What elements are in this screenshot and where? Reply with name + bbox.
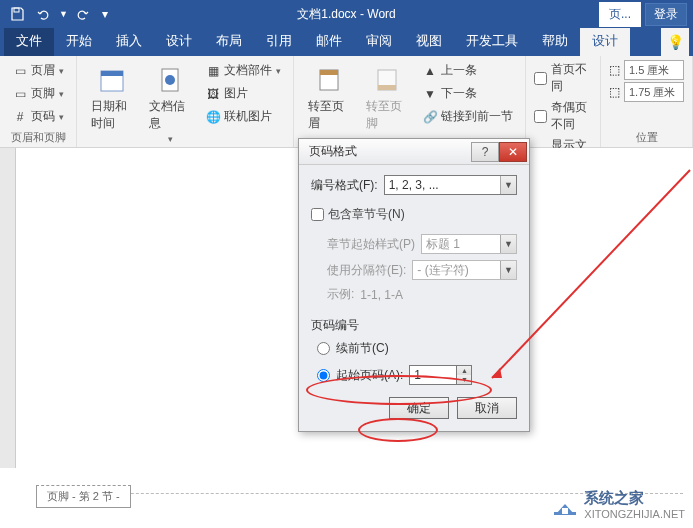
footer-dist-value[interactable]: 1.75 厘米 (624, 82, 684, 102)
docparts-label: 文档部件 (224, 62, 272, 79)
include-chapter-checkbox[interactable]: 包含章节号(N) (311, 205, 517, 224)
goto-header-icon (313, 64, 345, 96)
tab-developer[interactable]: 开发工具 (454, 26, 530, 56)
goto-header-button[interactable]: 转至页眉 (302, 60, 356, 136)
group-insert: 日期和时间 文档信息 ▾ ▦文档部件▾ 🖼图片 🌐联机图片 插入 (77, 56, 294, 147)
footer-distance-spin[interactable]: ⬚1.75 厘米 (609, 82, 684, 102)
cancel-button[interactable]: 取消 (457, 397, 517, 419)
window-titlebar: ▼ ▾ 文档1.docx - Word 页... 登录 (0, 0, 693, 28)
watermark: 系统之家 XITONGZHIJIA.NET (552, 489, 685, 520)
header-button[interactable]: ▭页眉▾ (8, 60, 68, 81)
diff-oddeven-checkbox[interactable]: 奇偶页不同 (534, 98, 592, 134)
tab-mail[interactable]: 邮件 (304, 26, 354, 56)
separator-value: - (连字符) (417, 262, 468, 279)
docparts-icon: ▦ (205, 63, 221, 79)
link-icon: 🔗 (422, 109, 438, 125)
tab-design-main[interactable]: 设计 (154, 26, 204, 56)
header-distance-spin[interactable]: ⬚1.5 厘米 (609, 60, 684, 80)
footer-label: 页脚 (31, 85, 55, 102)
group-title-hf: 页眉和页脚 (8, 128, 68, 145)
number-format-label: 编号格式(F): (311, 177, 378, 194)
prev-section-button[interactable]: ▲上一条 (418, 60, 517, 81)
svg-rect-2 (101, 71, 123, 76)
prev-label: 上一条 (441, 62, 477, 79)
redo-icon[interactable] (72, 3, 94, 25)
diff-first-checkbox[interactable]: 首页不同 (534, 60, 592, 96)
header-label: 页眉 (31, 62, 55, 79)
navigation-pane-collapsed[interactable] (0, 148, 16, 468)
dropdown-arrow-icon: ▼ (500, 176, 516, 194)
online-picture-icon: 🌐 (205, 109, 221, 125)
tab-review[interactable]: 审阅 (354, 26, 404, 56)
spin-up-icon[interactable]: ▲ (457, 366, 471, 375)
save-icon[interactable] (6, 3, 28, 25)
start-at-input[interactable]: 1 ▲▼ (409, 365, 457, 385)
footer-button[interactable]: ▭页脚▾ (8, 83, 68, 104)
footer-icon: ▭ (12, 86, 28, 102)
ok-button[interactable]: 确定 (389, 397, 449, 419)
goto-header-label: 转至页眉 (308, 98, 350, 132)
number-format-dropdown[interactable]: 1, 2, 3, ... ▼ (384, 175, 517, 195)
docinfo-button[interactable]: 文档信息 ▾ (143, 60, 197, 148)
qat-customize-icon[interactable]: ▾ (102, 7, 108, 21)
watermark-logo-icon (552, 494, 578, 516)
svg-rect-6 (320, 70, 338, 75)
continue-radio[interactable]: 续前节(C) (311, 340, 517, 357)
login-button[interactable]: 登录 (645, 3, 687, 26)
watermark-url: XITONGZHIJIA.NET (584, 508, 685, 520)
down-arrow-icon: ▼ (422, 86, 438, 102)
up-arrow-icon: ▲ (422, 63, 438, 79)
tab-references[interactable]: 引用 (254, 26, 304, 56)
pagenum-button[interactable]: #页码▾ (8, 106, 68, 127)
dialog-titlebar: 页码格式 ? ✕ (299, 139, 529, 165)
continue-label: 续前节(C) (336, 340, 389, 357)
link-prev-button[interactable]: 🔗链接到前一节 (418, 106, 517, 127)
example-label: 示例: (327, 286, 354, 303)
spin-buttons[interactable]: ▲▼ (456, 365, 472, 385)
quick-access-toolbar: ▼ ▾ (0, 3, 114, 25)
undo-dropdown-icon[interactable]: ▼ (59, 9, 68, 19)
svg-point-4 (165, 75, 175, 85)
tell-me-icon[interactable]: 💡 (661, 28, 689, 56)
tab-view[interactable]: 视图 (404, 26, 454, 56)
footer-dist-icon: ⬚ (609, 85, 620, 99)
dialog-title: 页码格式 (309, 143, 357, 160)
window-title: 文档1.docx - Word (297, 6, 395, 23)
dialog-help-button[interactable]: ? (471, 142, 499, 162)
datetime-button[interactable]: 日期和时间 (85, 60, 139, 136)
header-dist-value[interactable]: 1.5 厘米 (624, 60, 684, 80)
ribbon-tabs: 文件 开始 插入 设计 布局 引用 邮件 审阅 视图 开发工具 帮助 设计 💡 (0, 28, 693, 56)
dialog-close-button[interactable]: ✕ (499, 142, 527, 162)
watermark-text: 系统之家 (584, 489, 685, 508)
picture-icon: 🖼 (205, 86, 221, 102)
separator-dropdown: - (连字符)▼ (412, 260, 517, 280)
svg-rect-8 (378, 85, 396, 90)
number-format-value: 1, 2, 3, ... (389, 178, 439, 192)
picture-button[interactable]: 🖼图片 (201, 83, 285, 104)
group-options: 首页不同 奇偶页不同 显示文档文字 选项 (526, 56, 601, 147)
tab-insert[interactable]: 插入 (104, 26, 154, 56)
online-picture-button[interactable]: 🌐联机图片 (201, 106, 285, 127)
group-header-footer: ▭页眉▾ ▭页脚▾ #页码▾ 页眉和页脚 (0, 56, 77, 147)
chapter-start-dropdown: 标题 1▼ (421, 234, 517, 254)
svg-rect-0 (14, 8, 19, 12)
online-picture-label: 联机图片 (224, 108, 272, 125)
group-position: ⬚1.5 厘米 ⬚1.75 厘米 位置 (601, 56, 693, 147)
separator-label: 使用分隔符(E): (327, 262, 406, 279)
tab-home[interactable]: 开始 (54, 26, 104, 56)
next-section-button[interactable]: ▼下一条 (418, 83, 517, 104)
docparts-button[interactable]: ▦文档部件▾ (201, 60, 285, 81)
picture-label: 图片 (224, 85, 248, 102)
start-at-radio[interactable]: 起始页码(A): 1 ▲▼ (311, 365, 517, 385)
spin-down-icon[interactable]: ▼ (457, 375, 471, 384)
close-icon: ✕ (508, 145, 518, 159)
diff-oddeven-label: 奇偶页不同 (551, 99, 592, 133)
pagenum-icon: # (12, 109, 28, 125)
tab-design[interactable]: 设计 (580, 26, 630, 56)
goto-footer-label: 转至页脚 (366, 98, 408, 132)
undo-icon[interactable] (32, 3, 54, 25)
ribbon-display-tab[interactable]: 页... (599, 2, 641, 27)
tab-help[interactable]: 帮助 (530, 26, 580, 56)
tab-file[interactable]: 文件 (4, 26, 54, 56)
tab-layout[interactable]: 布局 (204, 26, 254, 56)
